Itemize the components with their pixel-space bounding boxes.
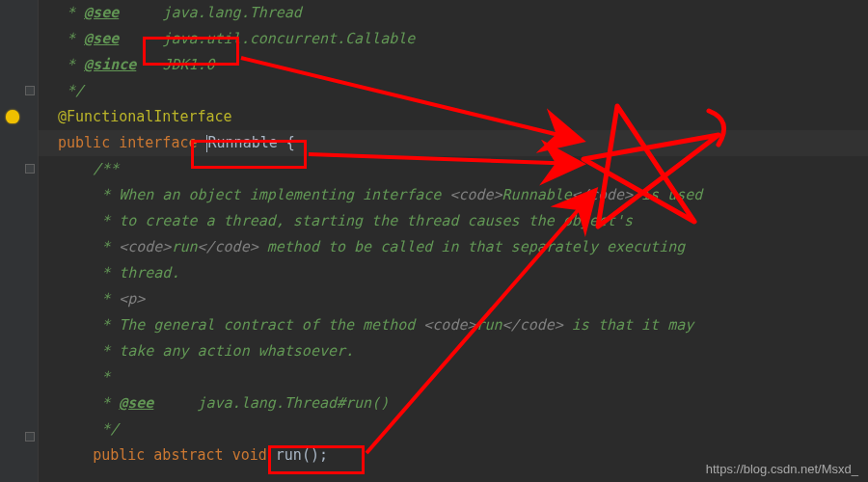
- fold-icon[interactable]: [25, 432, 35, 442]
- editor-gutter: [0, 0, 39, 482]
- code-editor[interactable]: * @see java.lang.Thread * @see java.util…: [39, 0, 868, 469]
- fold-icon[interactable]: [25, 86, 35, 95]
- code-line: * @see java.util.concurrent.Callable: [39, 26, 868, 52]
- bulb-icon[interactable]: [6, 110, 19, 123]
- code-line: /**: [39, 156, 868, 182]
- code-line: */: [39, 416, 868, 442]
- code-line: * <code>run</code> method to be called i…: [39, 234, 868, 260]
- fold-icon[interactable]: [25, 164, 35, 174]
- code-line: * @see java.lang.Thread#run(): [39, 390, 868, 416]
- code-line: */: [39, 78, 868, 104]
- code-line: * When an object implementing interface …: [39, 182, 868, 208]
- code-line: *: [39, 364, 868, 390]
- code-line: public interface Runnable {: [39, 130, 868, 156]
- code-line: * take any action whatsoever.: [39, 338, 868, 364]
- code-line: * thread.: [39, 260, 868, 286]
- code-line: * @since JDK1.0: [39, 52, 868, 78]
- code-line: * <p>: [39, 286, 868, 312]
- text-caret: [206, 135, 207, 152]
- code-line: * to create a thread, starting the threa…: [39, 208, 868, 234]
- watermark: https://blog.csdn.net/Msxd_: [706, 462, 858, 476]
- code-line: * @see java.lang.Thread: [39, 0, 868, 26]
- code-line: @FunctionalInterface: [39, 104, 868, 130]
- code-line: * The general contract of the method <co…: [39, 312, 868, 338]
